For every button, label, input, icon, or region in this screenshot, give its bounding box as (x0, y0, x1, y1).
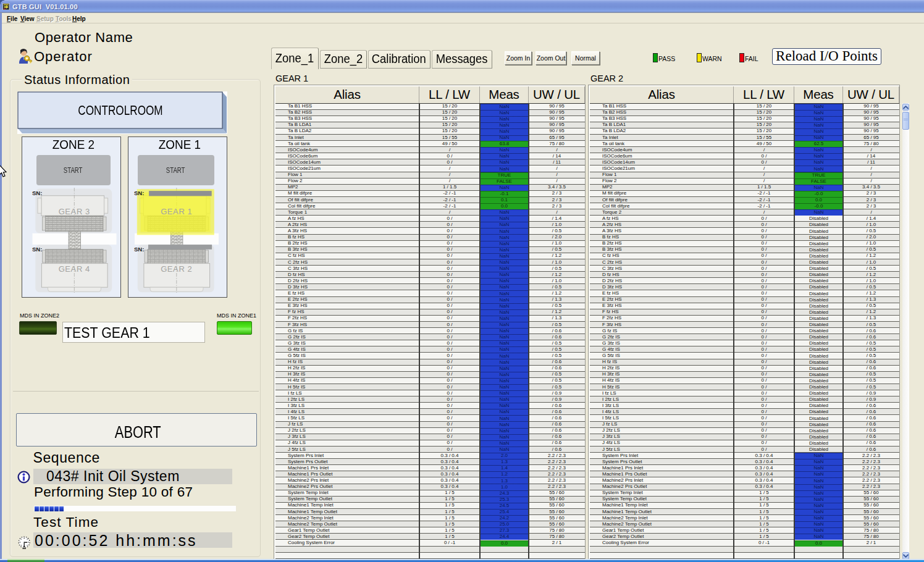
svg-text:SN:: SN: (134, 189, 144, 196)
svg-text:GEAR 2: GEAR 2 (161, 264, 192, 274)
svg-text:GEAR 4: GEAR 4 (58, 264, 90, 274)
svg-text:GEAR 3: GEAR 3 (58, 206, 90, 216)
svg-text:SN:: SN: (134, 245, 144, 252)
svg-text:SN:: SN: (32, 245, 42, 252)
svg-text:SN:: SN: (32, 189, 42, 196)
svg-text:GEAR 1: GEAR 1 (161, 206, 192, 216)
